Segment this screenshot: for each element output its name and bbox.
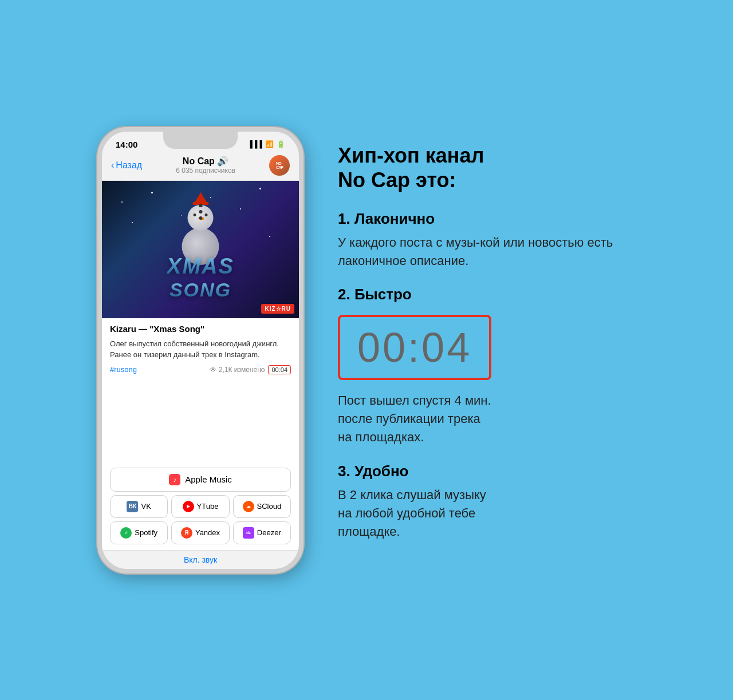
album-art: XMAS SONG KIZ☆RU [102,181,299,318]
subscribers-count: 6 035 подписчиков [176,167,235,175]
stream-row-1: ВК VK ▶ YTube ☁ SCloud [110,495,291,518]
channel-title-block: No Cap 🔊 6 035 подписчиков [176,156,235,175]
post-hashtag[interactable]: #rusong [110,365,137,374]
wifi-icon: 📶 [265,140,274,148]
scloud-label: SCloud [257,502,282,511]
signal-icon: ▐▐▐ [247,140,262,148]
track-title: Kizaru — "Xmas Song" [110,324,291,334]
ytube-label: YTube [197,502,219,511]
apple-music-button[interactable]: ♪ Apple Music [110,468,291,492]
timer-box: 00:04 [338,315,491,380]
star-5 [132,222,133,223]
star-3 [240,208,241,209]
feature-2-heading: 2. Быстро [338,286,636,303]
feature-3-text: В 2 клика слушай музыку на любой удобной… [338,486,636,541]
song-letters: SONG [170,279,231,301]
deezer-label: Deezer [257,528,281,537]
title-line1: Хип-хоп канал [338,144,484,167]
main-container: 14:00 ▐▐▐ 📶 🔋 ‹ Назад No Cap 🔊 6 035 под… [0,0,733,700]
status-icons: ▐▐▐ 📶 🔋 [247,140,285,148]
feature-1-heading: 1. Лаконично [338,210,636,228]
ytube-icon: ▶ [183,501,194,512]
deezer-button[interactable]: dz Deezer [233,521,291,544]
post-meta: #rusong 👁 2,1К изменено 00:04 [110,365,291,374]
phone-footer[interactable]: Вкл. звук [102,550,299,569]
vk-label: VK [141,502,151,511]
title-line2: No Cap это: [338,168,456,192]
feature-1-block: 1. Лаконично У каждого поста с музы-кой … [338,210,636,270]
xmas-song-text: XMAS SONG [102,254,299,301]
status-time: 14:00 [116,140,137,149]
chevron-left-icon: ‹ [111,160,114,171]
feature-3-heading: 3. Удобно [338,462,636,480]
snowman-hat-cone [194,192,207,204]
star-4 [259,188,261,189]
post-time-badge: 00:04 [268,365,291,374]
star-8 [269,236,270,237]
post-body: Kizaru — "Xmas Song" Олег выпустил собст… [102,318,299,468]
phone-content: XMAS SONG KIZ☆RU Kizaru — "Xmas Song" Ол… [102,181,299,550]
star-1 [121,201,123,203]
footer-label: Вкл. звук [184,555,217,564]
page-title: Хип-хоп канал No Cap это: [338,143,636,192]
channel-header: ‹ Назад No Cap 🔊 6 035 подписчиков NOCAP [102,152,299,181]
deezer-icon: dz [243,527,254,539]
kizaru-badge: KIZ☆RU [261,304,294,314]
avatar-text: NOCAP [276,161,283,169]
back-label: Назад [116,160,142,171]
channel-avatar[interactable]: NOCAP [269,155,290,176]
spotify-icon: ♬ [120,527,132,539]
feature-2-block: 2. Быстро 00:04 Пост вышел спустя 4 мин.… [338,286,636,446]
spotify-button[interactable]: ♬ Spotify [110,521,168,544]
post-stats: 👁 2,1К изменено 00:04 [210,365,291,374]
right-panel: Хип-хоп канал No Cap это: 1. Лаконично У… [338,143,636,557]
phone-body: 14:00 ▐▐▐ 📶 🔋 ‹ Назад No Cap 🔊 6 035 под… [97,127,304,574]
scloud-button[interactable]: ☁ SCloud [233,495,291,518]
apple-music-icon: ♪ [169,474,180,485]
feature-1-text: У каждого поста с музы-кой или новостью … [338,234,636,270]
yandex-label: Yandex [195,528,220,537]
xmas-letters: XMAS [167,254,234,279]
streaming-buttons: ♪ Apple Music ВК VK ▶ YTube ☁ [102,468,299,550]
battery-icon: 🔋 [277,140,285,148]
channel-name: No Cap 🔊 [176,156,235,167]
vk-icon: ВК [127,501,138,512]
scloud-icon: ☁ [243,501,254,512]
track-description: Олег выпустил собственный новогодний джи… [110,338,291,361]
spotify-label: Spotify [135,528,157,537]
phone-notch [163,132,238,149]
apple-music-label: Apple Music [185,474,232,484]
view-count: 👁 2,1К изменено [210,366,265,374]
phone-mockup: 14:00 ▐▐▐ 📶 🔋 ‹ Назад No Cap 🔊 6 035 под… [97,127,304,574]
feature-3-block: 3. Удобно В 2 клика слушай музыку на люб… [338,462,636,541]
back-button[interactable]: ‹ Назад [111,160,142,171]
star-7 [181,215,182,216]
star-2 [151,192,153,193]
vk-button[interactable]: ВК VK [110,495,168,518]
timer-value: 00:04 [357,324,472,371]
yandex-icon: Я [181,527,192,539]
feature-2-desc: Пост вышел спустя 4 мин. после публикаци… [338,391,636,446]
yandex-button[interactable]: Я Yandex [171,521,229,544]
stream-row-2: ♬ Spotify Я Yandex dz Deezer [110,521,291,544]
ytube-button[interactable]: ▶ YTube [171,495,229,518]
